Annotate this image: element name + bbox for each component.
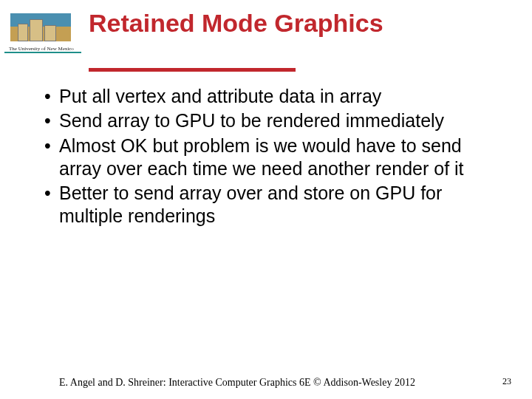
footer-attribution: E. Angel and D. Shreiner: Interactive Co…	[59, 377, 415, 389]
bullet-dot-icon: •	[44, 109, 51, 132]
slide-body: • Put all vertex and attribute data in a…	[44, 85, 502, 230]
title-underline	[89, 68, 296, 72]
logo-ground	[10, 27, 71, 41]
university-logo: The University of New Mexico	[10, 7, 71, 52]
logo-building-b	[30, 19, 43, 41]
logo-building-c	[44, 25, 56, 41]
bullet-text: Put all vertex and attribute data in arr…	[59, 86, 381, 106]
logo-caption: The University of New Mexico	[9, 46, 81, 52]
slide: The University of New Mexico Retained Mo…	[0, 0, 532, 399]
page-number: 23	[502, 376, 511, 387]
bullet-item: • Better to send array over and store on…	[44, 182, 502, 228]
bullet-dot-icon: •	[44, 85, 51, 108]
bullet-text: Better to send array over and store on G…	[59, 183, 442, 226]
bullet-text: Send array to GPU to be rendered immedia…	[59, 110, 444, 131]
slide-title: Retained Mode Graphics	[89, 9, 383, 38]
logo-illustration	[10, 13, 71, 41]
bullet-dot-icon: •	[44, 134, 51, 157]
bullet-item: • Put all vertex and attribute data in a…	[44, 85, 502, 108]
slide-footer: E. Angel and D. Shreiner: Interactive Co…	[0, 374, 532, 389]
bullet-item: • Almost OK but problem is we would have…	[44, 134, 502, 181]
logo-underline	[4, 52, 81, 53]
bullet-item: • Send array to GPU to be rendered immed…	[44, 109, 502, 132]
logo-building-a	[18, 24, 28, 41]
bullet-dot-icon: •	[44, 182, 51, 205]
bullet-text: Almost OK but problem is we would have t…	[59, 135, 464, 179]
slide-header: The University of New Mexico Retained Mo…	[0, 0, 532, 75]
